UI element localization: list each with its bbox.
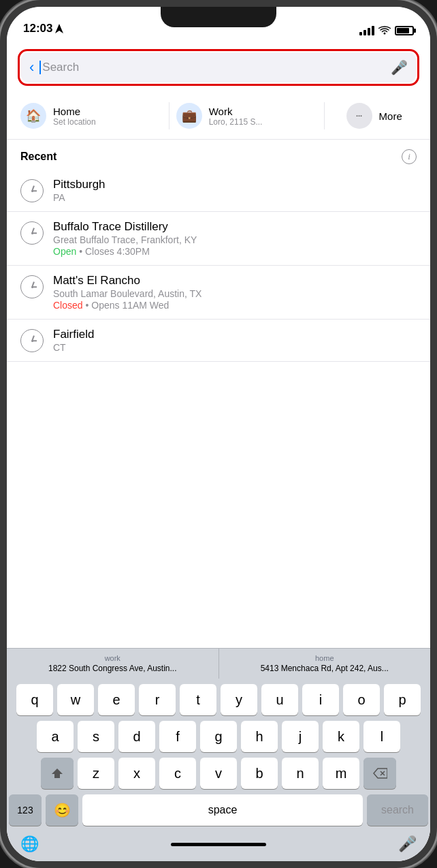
key-f[interactable]: f [159, 721, 196, 752]
search-input[interactable]: Search [39, 61, 385, 74]
key-p[interactable]: p [384, 684, 421, 715]
key-c[interactable]: c [159, 758, 196, 789]
location-arrow-icon [55, 24, 63, 33]
key-h[interactable]: h [241, 721, 278, 752]
key-v[interactable]: v [200, 758, 237, 789]
keyboard-suggestions: work 1822 South Congress Ave, Austin... … [7, 648, 430, 679]
key-o[interactable]: o [343, 684, 380, 715]
space-key[interactable]: space [82, 794, 363, 826]
key-t[interactable]: t [180, 684, 216, 715]
place-sub: PA [53, 192, 417, 203]
suggestion-value: 5413 Menchaca Rd, Apt 242, Aus... [261, 664, 389, 673]
main-content: ‹ Search 🎤 🏠 Home Set location [7, 41, 430, 861]
work-subtitle: Loro, 2115 S... [209, 117, 263, 127]
key-l[interactable]: l [363, 721, 400, 752]
home-icon: 🏠 [20, 103, 46, 129]
search-area: ‹ Search 🎤 [7, 41, 430, 95]
key-b[interactable]: b [241, 758, 278, 789]
list-item[interactable]: Pittsburgh PA [7, 170, 430, 212]
key-i[interactable]: i [302, 684, 339, 715]
place-sub: South Lamar Boulevard, Austin, TX [53, 288, 417, 299]
key-y[interactable]: y [221, 684, 257, 715]
num-key[interactable]: 123 [9, 794, 42, 826]
recent-header: Recent i [7, 140, 430, 170]
shift-icon [51, 767, 63, 779]
key-s[interactable]: s [78, 721, 114, 752]
info-icon[interactable]: i [402, 149, 417, 164]
key-r[interactable]: r [139, 684, 176, 715]
svg-marker-0 [55, 24, 63, 33]
time-display: 12:03 [23, 22, 52, 35]
quick-home[interactable]: 🏠 Home Set location [20, 103, 162, 129]
num-label: 123 [17, 805, 33, 816]
key-x[interactable]: x [118, 758, 155, 789]
bottom-bar: 🌐 🎤 [7, 831, 430, 861]
phone-frame: 12:03 [0, 0, 437, 868]
place-status: Closed • Opens 11AM Wed [53, 300, 417, 311]
list-item[interactable]: Buffalo Trace Distillery Great Buffalo T… [7, 212, 430, 266]
recent-list: Pittsburgh PA Buffalo Trace Distillery G… [7, 170, 430, 648]
place-name: Pittsburgh [53, 178, 417, 191]
suggestion-value: 1822 South Congress Ave, Austin... [48, 664, 177, 673]
cursor [39, 61, 41, 74]
work-icon: 💼 [176, 103, 202, 129]
clock-icon [20, 179, 44, 202]
wifi-icon [378, 26, 391, 35]
key-row-2: a s d f g h j k l [9, 721, 428, 752]
svg-point-1 [384, 33, 386, 35]
more-icon: ··· [346, 103, 372, 129]
key-m[interactable]: m [323, 758, 359, 789]
emoji-key[interactable]: 😊 [46, 794, 78, 826]
key-z[interactable]: z [78, 758, 114, 789]
suggestion-label: home [315, 654, 334, 662]
work-title: Work [209, 106, 263, 117]
search-key[interactable]: search [367, 794, 428, 826]
shift-key[interactable] [41, 758, 74, 789]
mic-icon[interactable]: 🎤 [391, 59, 408, 76]
back-button[interactable]: ‹ [29, 60, 34, 75]
volume-silent-button[interactable] [0, 129, 1, 170]
suggestion-work[interactable]: work 1822 South Congress Ave, Austin... [7, 649, 219, 679]
place-name: Buffalo Trace Distillery [53, 220, 417, 234]
search-bar-highlight: ‹ Search 🎤 [18, 49, 419, 86]
suggestion-home[interactable]: home 5413 Menchaca Rd, Apt 242, Aus... [219, 649, 431, 679]
key-q[interactable]: q [16, 684, 53, 715]
place-name: Fairfield [53, 328, 417, 341]
key-a[interactable]: a [37, 721, 74, 752]
key-n[interactable]: n [282, 758, 319, 789]
volume-down-button[interactable] [0, 259, 1, 320]
key-u[interactable]: u [261, 684, 298, 715]
status-time: 12:03 [23, 22, 63, 35]
volume-up-button[interactable] [0, 184, 1, 245]
key-g[interactable]: g [200, 721, 237, 752]
svg-marker-2 [52, 769, 63, 778]
quick-work[interactable]: 💼 Work Loro, 2115 S... [176, 103, 318, 129]
keyboard: q w e r t y u i o p a s d f g h j k [7, 679, 430, 831]
clock-icon [20, 221, 44, 245]
list-item[interactable]: Matt's El Rancho South Lamar Boulevard, … [7, 266, 430, 320]
mic-bottom-icon[interactable]: 🎤 [398, 835, 417, 853]
key-d[interactable]: d [118, 721, 155, 752]
clock-icon [20, 275, 44, 298]
search-bar[interactable]: ‹ Search 🎤 [21, 52, 416, 82]
place-status: Open • Closes 4:30PM [53, 246, 417, 257]
quick-more[interactable]: ··· More [331, 103, 417, 129]
place-name: Matt's El Rancho [53, 274, 417, 288]
key-k[interactable]: k [323, 721, 359, 752]
globe-icon[interactable]: 🌐 [20, 835, 39, 853]
divider2 [324, 102, 325, 129]
search-placeholder: Search [42, 61, 79, 74]
key-j[interactable]: j [282, 721, 319, 752]
list-item[interactable]: Fairfield CT [7, 320, 430, 362]
delete-key[interactable] [363, 758, 396, 789]
suggestion-label: work [105, 654, 120, 662]
key-e[interactable]: e [98, 684, 135, 715]
home-indicator[interactable] [171, 843, 266, 846]
search-label: search [381, 804, 414, 816]
key-row-1: q w e r t y u i o p [9, 684, 428, 715]
home-title: Home [53, 106, 96, 117]
battery-icon [395, 26, 414, 35]
key-w[interactable]: w [57, 684, 94, 715]
space-label: space [208, 804, 238, 816]
more-title: More [379, 110, 402, 122]
